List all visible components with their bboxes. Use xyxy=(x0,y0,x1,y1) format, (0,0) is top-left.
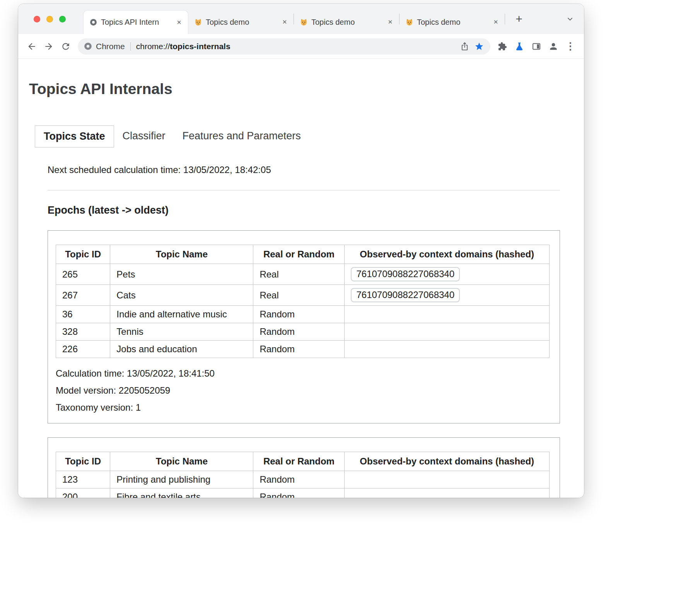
profile-avatar-icon[interactable] xyxy=(545,38,562,55)
epochs-heading: Epochs (latest -> oldest) xyxy=(48,204,560,216)
real-or-random-cell: Random xyxy=(253,488,345,498)
tab-classifier[interactable]: Classifier xyxy=(114,125,174,147)
browser-tab-topics-demo-2[interactable]: Topics demo ✕ xyxy=(294,10,399,34)
col-real-or-random: Real or Random xyxy=(253,452,345,471)
topic-id-cell: 123 xyxy=(56,471,110,488)
table-row: 123 Printing and publishing Random xyxy=(56,471,550,488)
browser-window: Topics API Intern ✕ Topics demo ✕ Topics… xyxy=(18,4,584,498)
new-tab-button[interactable]: + xyxy=(510,10,528,27)
tab-close-icon[interactable]: ✕ xyxy=(385,17,395,27)
chrome-site-icon xyxy=(84,42,92,50)
menu-dots-icon[interactable]: ⋮ xyxy=(562,38,579,55)
close-window-button[interactable] xyxy=(34,16,40,22)
epoch-box-older: Topic ID Topic Name Real or Random Obser… xyxy=(48,437,560,498)
omnibox-separator xyxy=(130,42,131,51)
tab-close-icon[interactable]: ✕ xyxy=(491,17,501,27)
page-tab-bar: Topics State Classifier Features and Par… xyxy=(35,125,576,147)
tab-close-icon[interactable]: ✕ xyxy=(174,17,184,27)
topic-id-cell: 226 xyxy=(56,341,110,358)
next-calculation-time: Next scheduled calculation time: 13/05/2… xyxy=(48,164,560,175)
col-real-or-random: Real or Random xyxy=(253,245,345,264)
cat-icon xyxy=(195,19,202,26)
zoom-window-button[interactable] xyxy=(59,16,66,22)
col-observed-domains: Observed-by context domains (hashed) xyxy=(345,452,550,471)
real-or-random-cell: Random xyxy=(253,306,345,323)
window-controls xyxy=(34,16,66,22)
tab-title: Topics demo xyxy=(417,18,487,27)
reload-icon[interactable] xyxy=(58,38,74,55)
domains-cell xyxy=(345,306,550,323)
table-header-row: Topic ID Topic Name Real or Random Obser… xyxy=(56,452,550,471)
col-topic-name: Topic Name xyxy=(110,452,253,471)
col-observed-domains: Observed-by context domains (hashed) xyxy=(345,245,550,264)
topic-name-cell: Pets xyxy=(110,264,253,285)
back-icon[interactable] xyxy=(24,38,40,55)
page-content: Topics API Internals Topics State Classi… xyxy=(18,59,584,498)
forward-icon[interactable] xyxy=(41,38,57,55)
tab-close-icon[interactable]: ✕ xyxy=(280,17,290,27)
tab-title: Topics demo xyxy=(311,18,381,27)
topic-id-cell: 200 xyxy=(56,488,110,498)
tab-search-chevron-icon[interactable] xyxy=(563,12,577,26)
browser-tab-topics-internals[interactable]: Topics API Intern ✕ xyxy=(83,10,188,34)
topics-state-panel: Next scheduled calculation time: 13/05/2… xyxy=(48,164,560,498)
url-scheme: chrome:// xyxy=(136,42,170,51)
topic-id-cell: 267 xyxy=(56,285,110,306)
chrome-internals-icon xyxy=(90,19,97,26)
topic-name-cell: Cats xyxy=(110,285,253,306)
omnibox[interactable]: Chrome chrome://topics-internals xyxy=(78,38,490,55)
cat-icon xyxy=(406,19,413,26)
tab-title: Topics API Intern xyxy=(101,18,170,27)
topic-name-cell: Jobs and education xyxy=(110,341,253,358)
minimize-window-button[interactable] xyxy=(46,16,53,22)
extensions-puzzle-icon[interactable] xyxy=(494,38,510,55)
tab-features-and-parameters[interactable]: Features and Parameters xyxy=(174,125,309,147)
labs-flask-icon[interactable] xyxy=(511,38,528,55)
calculation-time: Calculation time: 13/05/2022, 18:41:50 xyxy=(56,368,550,379)
col-topic-name: Topic Name xyxy=(110,245,253,264)
taxonomy-version: Taxonomy version: 1 xyxy=(56,402,550,413)
table-row: 265 Pets Real 7610709088227068340 xyxy=(56,264,550,285)
table-header-row: Topic ID Topic Name Real or Random Obser… xyxy=(56,245,550,264)
topic-id-cell: 36 xyxy=(56,306,110,323)
page-title: Topics API Internals xyxy=(29,81,576,98)
topic-name-cell: Fibre and textile arts xyxy=(110,488,253,498)
real-or-random-cell: Random xyxy=(253,471,345,488)
table-row: 267 Cats Real 7610709088227068340 xyxy=(56,285,550,306)
real-or-random-cell: Real xyxy=(253,264,345,285)
domains-cell xyxy=(345,471,550,488)
tab-topics-state[interactable]: Topics State xyxy=(35,125,114,147)
table-row: 226 Jobs and education Random xyxy=(56,341,550,358)
col-topic-id: Topic ID xyxy=(56,245,110,264)
site-label: Chrome xyxy=(96,42,125,51)
topic-name-cell: Indie and alternative music xyxy=(110,306,253,323)
col-topic-id: Topic ID xyxy=(56,452,110,471)
browser-tab-topics-demo-3[interactable]: Topics demo ✕ xyxy=(400,10,505,34)
real-or-random-cell: Random xyxy=(253,341,345,358)
topic-id-cell: 328 xyxy=(56,323,110,341)
url-host: topics-internals xyxy=(170,42,230,51)
domains-cell: 7610709088227068340 xyxy=(345,285,550,306)
side-panel-icon[interactable] xyxy=(528,38,545,55)
model-version: Model version: 2205052059 xyxy=(56,385,550,396)
table-row: 200 Fibre and textile arts Random xyxy=(56,488,550,498)
tab-separator xyxy=(505,14,505,24)
browser-tab-topics-demo-1[interactable]: Topics demo ✕ xyxy=(188,10,294,34)
browser-tabs: Topics API Intern ✕ Topics demo ✕ Topics… xyxy=(83,4,584,34)
domains-cell xyxy=(345,488,550,498)
url-text: chrome://topics-internals xyxy=(136,42,230,51)
real-or-random-cell: Real xyxy=(253,285,345,306)
topic-name-cell: Tennis xyxy=(110,323,253,341)
share-icon[interactable] xyxy=(457,39,472,54)
domain-hash-chip: 7610709088227068340 xyxy=(351,288,460,302)
tab-title: Topics demo xyxy=(206,18,276,27)
bookmark-star-icon[interactable] xyxy=(472,39,487,54)
topic-name-cell: Printing and publishing xyxy=(110,471,253,488)
epoch-table: Topic ID Topic Name Real or Random Obser… xyxy=(56,452,550,498)
domains-cell xyxy=(345,341,550,358)
epoch-box-latest: Topic ID Topic Name Real or Random Obser… xyxy=(48,230,560,423)
cat-icon xyxy=(300,19,307,26)
domains-cell: 7610709088227068340 xyxy=(345,264,550,285)
divider xyxy=(48,190,560,190)
table-row: 36 Indie and alternative music Random xyxy=(56,306,550,323)
